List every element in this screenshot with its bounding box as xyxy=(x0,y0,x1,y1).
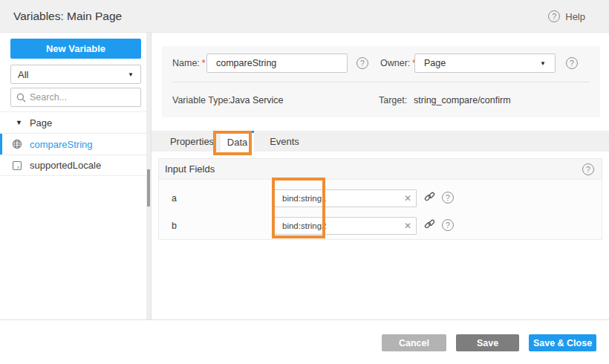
input-field-row-a: a ✕ ? xyxy=(159,184,602,212)
new-variable-button[interactable]: New Variable xyxy=(10,39,141,59)
search-icon xyxy=(16,93,26,103)
dialog-footer: Cancel Save Save & Close xyxy=(0,319,609,364)
variable-icon: x xyxy=(12,160,22,171)
tree-item-supportedlocale[interactable]: x supportedLocale xyxy=(0,155,146,176)
owner-value: Page xyxy=(424,58,446,68)
owner-help-icon[interactable]: ? xyxy=(566,57,578,69)
chevron-down-icon: ▼ xyxy=(128,71,134,78)
chevron-down-icon: ▼ xyxy=(540,60,546,67)
scrollbar-thumb[interactable] xyxy=(147,169,150,207)
field-help-icon[interactable]: ? xyxy=(442,192,454,204)
target-label: Target: xyxy=(379,91,407,110)
variables-dialog: Variables: Main Page ? Help New Variable… xyxy=(0,0,609,364)
link-icon[interactable] xyxy=(424,191,435,202)
field-label: b xyxy=(172,221,177,231)
save-and-close-button[interactable]: Save & Close xyxy=(529,334,596,351)
variable-filter-value: All xyxy=(18,69,28,80)
tree-item-label: compareString xyxy=(30,139,93,150)
help-label: Help xyxy=(565,11,585,22)
tab-data[interactable]: Data xyxy=(221,131,254,152)
name-label: Name:* xyxy=(172,53,206,73)
cancel-button[interactable]: Cancel xyxy=(382,334,446,351)
selected-indicator xyxy=(0,134,2,155)
tree-group-label: Page xyxy=(30,117,52,129)
detail-tab-bar: Properties Data Events xyxy=(152,131,609,152)
input-fields-help-icon[interactable]: ? xyxy=(582,163,594,175)
variable-summary-panel: Name:* ? Owner:* Page ▼ ? Variable Type:… xyxy=(162,46,600,117)
tree-item-comparestring[interactable]: compareString xyxy=(0,133,146,155)
sidebar-scrollbar[interactable] xyxy=(146,33,151,319)
help-button[interactable]: ? Help xyxy=(548,0,585,33)
required-asterisk: * xyxy=(202,58,206,68)
clear-icon[interactable]: ✕ xyxy=(404,220,411,232)
tree-item-label: supportedLocale xyxy=(30,160,101,171)
search-input[interactable] xyxy=(30,92,135,103)
input-fields-title: Input Fields xyxy=(165,163,215,175)
owner-select[interactable]: Page ▼ xyxy=(414,53,556,73)
variable-search-box[interactable] xyxy=(10,88,141,107)
name-input[interactable] xyxy=(206,53,348,73)
bind-input-a[interactable] xyxy=(274,189,417,207)
save-button[interactable]: Save xyxy=(456,334,519,351)
tree-collapse-icon[interactable]: ▼ xyxy=(16,119,22,126)
bind-input-b[interactable] xyxy=(274,217,417,235)
page-title: Variables: Main Page xyxy=(13,10,122,23)
tab-properties[interactable]: Properties xyxy=(166,131,218,152)
variables-tree: ▼ Page compareString x supportedLocale xyxy=(0,111,146,176)
input-fields-section: Input Fields ? a ✕ ? b ✕ xyxy=(158,158,602,240)
input-fields-header: Input Fields ? xyxy=(159,159,602,180)
input-field-row-b: b ✕ ? xyxy=(159,212,602,239)
field-label: a xyxy=(172,193,177,204)
variable-detail-pane: Name:* ? Owner:* Page ▼ ? Variable Type:… xyxy=(152,33,609,319)
field-help-icon[interactable]: ? xyxy=(442,219,454,231)
help-question-icon: ? xyxy=(548,10,560,22)
variable-type-value: Java Service xyxy=(230,91,284,110)
service-icon xyxy=(12,139,22,149)
panel-divider xyxy=(172,82,590,82)
link-icon[interactable] xyxy=(424,218,435,230)
tree-group-page[interactable]: ▼ Page xyxy=(0,111,146,133)
variable-type-label: Variable Type: xyxy=(172,91,231,110)
variable-filter-select[interactable]: All ▼ xyxy=(10,65,141,84)
svg-text:x: x xyxy=(16,164,20,170)
dialog-header: Variables: Main Page ? Help xyxy=(0,0,609,33)
variables-sidebar: New Variable All ▼ ▼ Page compareString xyxy=(0,33,152,319)
tab-events[interactable]: Events xyxy=(263,131,306,152)
clear-icon[interactable]: ✕ xyxy=(404,192,411,204)
name-help-icon[interactable]: ? xyxy=(356,57,368,69)
owner-label: Owner:* xyxy=(380,53,416,73)
target-value: string_compare/confirm xyxy=(414,91,511,110)
